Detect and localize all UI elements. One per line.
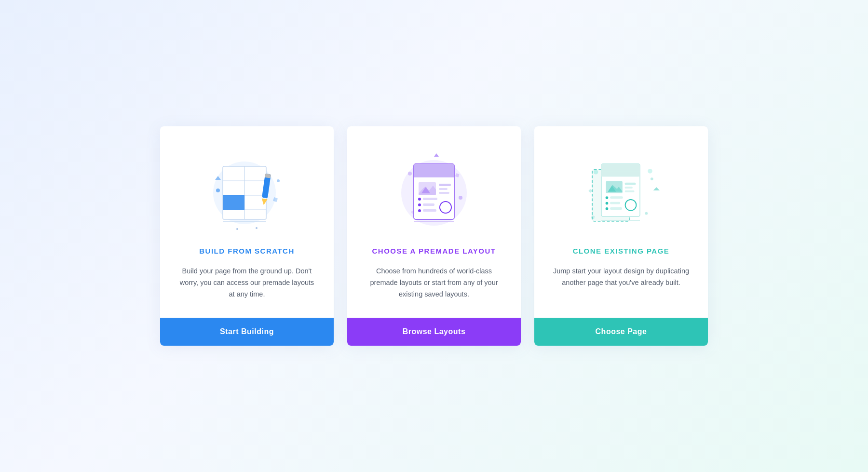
choose-page-button[interactable]: Choose Page [534, 318, 708, 346]
illustration-layout [386, 146, 482, 232]
card-footer-3: Choose Page [534, 318, 708, 346]
card-desc-3: Jump start your layout design by duplica… [552, 266, 691, 300]
start-building-button[interactable]: Start Building [160, 318, 334, 346]
card-body-3: CLONE EXISTING PAGE Jump start your layo… [534, 126, 708, 318]
svg-rect-42 [601, 171, 640, 176]
svg-point-35 [459, 196, 462, 200]
browse-layouts-button[interactable]: Browse Layouts [347, 318, 521, 346]
svg-rect-54 [610, 207, 622, 210]
svg-point-26 [418, 198, 421, 201]
card-title-3: CLONE EXISTING PAGE [573, 247, 670, 255]
svg-rect-23 [439, 184, 451, 186]
svg-rect-20 [414, 172, 454, 177]
svg-point-56 [594, 170, 598, 175]
svg-point-34 [408, 172, 412, 175]
svg-rect-52 [610, 202, 620, 204]
svg-rect-50 [610, 196, 623, 199]
card-body-2: CHOOSE A PREMADE LAYOUT Choose from hund… [347, 126, 521, 318]
card-desc-2: Choose from hundreds of world-class prem… [365, 266, 503, 300]
svg-marker-33 [434, 153, 439, 157]
svg-rect-46 [625, 182, 636, 185]
svg-point-11 [277, 179, 280, 182]
svg-point-10 [216, 189, 220, 192]
svg-rect-24 [439, 188, 448, 190]
svg-point-14 [236, 228, 238, 230]
svg-point-62 [651, 177, 653, 180]
svg-rect-47 [625, 187, 633, 189]
page-background: BUILD FROM SCRATCH Build your page from … [0, 0, 868, 472]
cards-container: BUILD FROM SCRATCH Build your page from … [160, 126, 708, 346]
svg-rect-9 [265, 174, 271, 178]
card-build-from-scratch: BUILD FROM SCRATCH Build your page from … [160, 126, 334, 346]
svg-point-30 [418, 209, 421, 212]
svg-point-59 [645, 212, 648, 215]
illustration-build [199, 146, 295, 232]
svg-point-57 [648, 169, 652, 174]
svg-rect-63 [588, 189, 592, 192]
svg-rect-48 [625, 190, 635, 192]
svg-point-51 [606, 202, 609, 204]
svg-marker-58 [653, 187, 660, 190]
svg-rect-31 [423, 209, 436, 212]
svg-rect-27 [423, 198, 437, 200]
svg-point-15 [256, 227, 258, 229]
svg-point-49 [606, 196, 609, 199]
card-body-1: BUILD FROM SCRATCH Build your page from … [160, 126, 334, 318]
svg-point-53 [606, 207, 609, 210]
svg-rect-6 [223, 195, 244, 210]
card-choose-layout: CHOOSE A PREMADE LAYOUT Choose from hund… [347, 126, 521, 346]
card-title-1: BUILD FROM SCRATCH [199, 247, 295, 255]
svg-point-37 [411, 211, 414, 214]
card-footer-2: Browse Layouts [347, 318, 521, 346]
card-title-2: CHOOSE A PREMADE LAYOUT [372, 247, 496, 255]
card-desc-1: Build your page from the ground up. Don'… [177, 266, 316, 300]
svg-rect-29 [423, 203, 434, 206]
illustration-clone [573, 146, 669, 232]
svg-rect-25 [439, 192, 449, 194]
svg-point-28 [418, 203, 421, 206]
card-footer-1: Start Building [160, 318, 334, 346]
card-clone-page: CLONE EXISTING PAGE Jump start your layo… [534, 126, 708, 346]
